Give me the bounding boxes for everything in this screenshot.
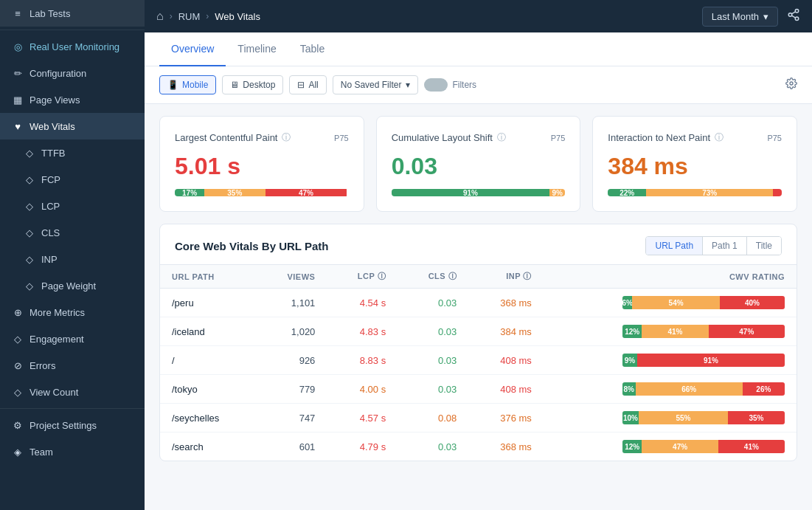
cwv-mini-bar: 12%41%47%	[622, 325, 785, 338]
web-vitals-icon: ♥	[12, 120, 24, 132]
date-range-button[interactable]: Last Month ▾	[702, 7, 778, 27]
cls-title-text: Cumulative Layout Shift	[392, 132, 493, 143]
cwv-mini-bar: 10%55%35%	[622, 411, 785, 424]
sidebar-item-lab-tests[interactable]: ≡ Lab Tests	[0, 0, 145, 27]
sidebar-item-ttfb[interactable]: ◇ TTFB	[0, 139, 145, 166]
all-filter-button[interactable]: ⊟ All	[289, 75, 326, 94]
share-button[interactable]	[787, 8, 800, 24]
sidebar-item-project-settings[interactable]: ⚙ Project Settings	[0, 412, 145, 438]
table-tab-title[interactable]: Title	[747, 237, 781, 255]
sidebar-item-inp[interactable]: ◇ INP	[0, 246, 145, 272]
topbar-right: Last Month ▾	[702, 7, 800, 27]
main-content: ⌂ › RUM › Web Vitals Last Month ▾ Overvi…	[145, 0, 812, 510]
cell-cls: 0.08	[398, 404, 468, 433]
cwv-rating-bar-wrap: 8%66%26%	[555, 382, 785, 396]
filters-toggle[interactable]	[424, 78, 448, 92]
share-icon	[787, 8, 800, 21]
tab-table[interactable]: Table	[288, 32, 336, 66]
cell-inp: 376 ms	[468, 404, 544, 433]
inp-card: Interaction to Next Paint ⓘ P75 384 ms 2…	[592, 116, 797, 212]
table-row: /search 601 4.79 s 0.03 368 ms 12%47%41%	[160, 433, 797, 461]
sidebar-item-page-views[interactable]: ▦ Page Views	[0, 86, 145, 113]
cell-lcp: 4.00 s	[327, 375, 398, 404]
sidebar-item-label: FCP	[41, 174, 60, 185]
cls-card-title: Cumulative Layout Shift ⓘ P75	[392, 131, 566, 144]
col-cls: CLS ⓘ	[398, 265, 468, 289]
desktop-filter-button[interactable]: 🖥 Desktop	[222, 75, 283, 94]
bar-segment: 8%	[622, 382, 636, 396]
svg-point-2	[795, 17, 799, 21]
sidebar-item-team[interactable]: ◈ Team	[0, 438, 145, 465]
sidebar-item-web-vitals[interactable]: ♥ Web Vitals	[0, 113, 145, 139]
sidebar-item-label: Web Vitals	[30, 121, 75, 132]
breadcrumb-web-vitals[interactable]: Web Vitals	[215, 11, 260, 22]
breadcrumb-rum[interactable]: RUM	[178, 11, 201, 22]
sidebar-item-page-weight[interactable]: ◇ Page Weight	[0, 272, 145, 299]
gear-icon	[785, 77, 797, 89]
tab-timeline[interactable]: Timeline	[226, 32, 288, 66]
sidebar-item-rum[interactable]: ◎ Real User Monitoring	[0, 33, 145, 60]
table-row: /iceland 1,020 4.83 s 0.03 384 ms 12%41%…	[160, 317, 797, 346]
cell-cls: 0.03	[398, 289, 468, 317]
sidebar-item-configuration[interactable]: ✏ Configuration	[0, 60, 145, 86]
col-views: VIEWS	[257, 265, 327, 289]
date-range-label: Last Month	[712, 11, 759, 22]
bar-segment: 47%	[642, 440, 718, 453]
svg-point-0	[795, 10, 799, 13]
inp-info-icon[interactable]: ⓘ	[715, 131, 723, 144]
bar-segment: 41%	[642, 325, 708, 338]
sidebar: ≡ Lab Tests ◎ Real User Monitoring ✏ Con…	[0, 0, 145, 510]
lcp-bar-poor: 47%	[266, 189, 347, 196]
dropdown-arrow-icon: ▾	[406, 80, 410, 90]
saved-filter-dropdown[interactable]: No Saved Filter ▾	[333, 75, 419, 94]
cls-info-icon[interactable]: ⓘ	[497, 131, 506, 144]
cls-value: 0.03	[392, 153, 566, 180]
cls-progress-bar: 91% 9%	[392, 189, 566, 196]
cwv-mini-bar: 12%47%41%	[622, 440, 785, 453]
cell-cwv-rating: 12%41%47%	[544, 317, 797, 346]
sidebar-item-view-count[interactable]: ◇ View Count	[0, 379, 145, 405]
sidebar-divider-2	[0, 408, 145, 409]
table-tab-url-path[interactable]: URL Path	[646, 237, 703, 255]
home-icon[interactable]: ⌂	[156, 10, 164, 23]
lcp-value: 5.01 s	[175, 153, 349, 180]
inp-icon: ◇	[24, 253, 35, 265]
team-icon: ◈	[12, 446, 24, 458]
ttfb-icon: ◇	[24, 147, 35, 159]
configuration-icon: ✏	[12, 67, 24, 79]
filter-bar: 📱 Mobile 🖥 Desktop ⊟ All No Saved Filter…	[145, 66, 812, 104]
breadcrumb-sep-1: ›	[170, 11, 173, 21]
sidebar-item-label: Errors	[30, 360, 55, 371]
svg-point-1	[788, 13, 792, 17]
sidebar-item-label: More Metrics	[30, 307, 85, 318]
settings-gear-button[interactable]	[785, 77, 797, 92]
lcp-info-icon[interactable]: ⓘ	[282, 131, 291, 144]
col-lcp: LCP ⓘ	[327, 265, 398, 289]
cell-path: /iceland	[160, 317, 257, 346]
sidebar-item-label: LCP	[41, 201, 60, 212]
inp-title-text: Interaction to Next Paint	[608, 132, 710, 143]
cwv-mini-bar: 8%66%26%	[622, 382, 785, 396]
mobile-filter-button[interactable]: 📱 Mobile	[159, 75, 216, 94]
sidebar-item-label: Page Views	[30, 94, 80, 106]
sidebar-item-more-metrics[interactable]: ⊕ More Metrics	[0, 299, 145, 325]
sidebar-item-lcp[interactable]: ◇ LCP	[0, 193, 145, 219]
sidebar-item-fcp[interactable]: ◇ FCP	[0, 166, 145, 193]
cell-lcp: 4.57 s	[327, 404, 398, 433]
sidebar-item-engagement[interactable]: ◇ Engagement	[0, 325, 145, 352]
tab-overview[interactable]: Overview	[159, 32, 226, 66]
cell-views: 601	[257, 433, 327, 461]
table-tab-path-1[interactable]: Path 1	[703, 237, 747, 255]
bar-segment: 66%	[636, 382, 743, 396]
cell-lcp: 4.54 s	[327, 289, 398, 317]
col-inp: INP ⓘ	[468, 265, 544, 289]
sidebar-item-label: Lab Tests	[30, 8, 70, 19]
sidebar-item-errors[interactable]: ⊘ Errors	[0, 352, 145, 379]
inp-card-title: Interaction to Next Paint ⓘ P75	[608, 131, 782, 144]
breadcrumb-sep-2: ›	[206, 11, 209, 21]
col-url-path: URL PATH	[160, 265, 257, 289]
cwv-data-table: URL PATH VIEWS LCP ⓘ CLS ⓘ INP ⓘ CWV RAT…	[160, 265, 797, 461]
topbar: ⌂ › RUM › Web Vitals Last Month ▾	[145, 0, 812, 32]
sidebar-item-cls[interactable]: ◇ CLS	[0, 219, 145, 246]
cell-cwv-rating: 9%91%	[544, 346, 797, 375]
